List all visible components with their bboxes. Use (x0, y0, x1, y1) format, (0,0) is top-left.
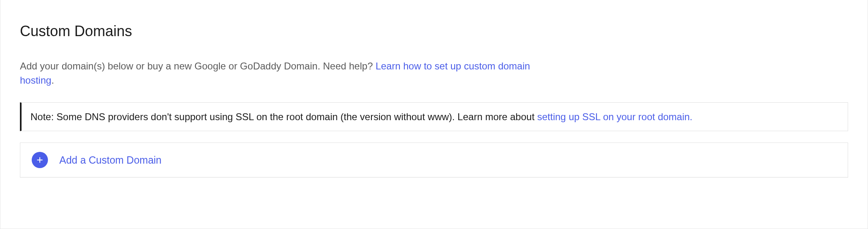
ssl-root-domain-link[interactable]: setting up SSL on your root domain. (537, 111, 692, 122)
plus-icon (32, 152, 48, 168)
custom-domains-panel: Custom Domains Add your domain(s) below … (0, 0, 868, 229)
description-text: Add your domain(s) below or buy a new Go… (20, 59, 548, 88)
page-title: Custom Domains (20, 23, 848, 40)
description-prefix: Add your domain(s) below or buy a new Go… (20, 60, 375, 71)
add-button-label: Add a Custom Domain (59, 154, 162, 166)
description-suffix: . (51, 75, 54, 86)
add-custom-domain-button[interactable]: Add a Custom Domain (20, 143, 848, 177)
ssl-note-box: Note: Some DNS providers don't support u… (20, 102, 848, 132)
note-prefix: Note: Some DNS providers don't support u… (30, 111, 537, 122)
